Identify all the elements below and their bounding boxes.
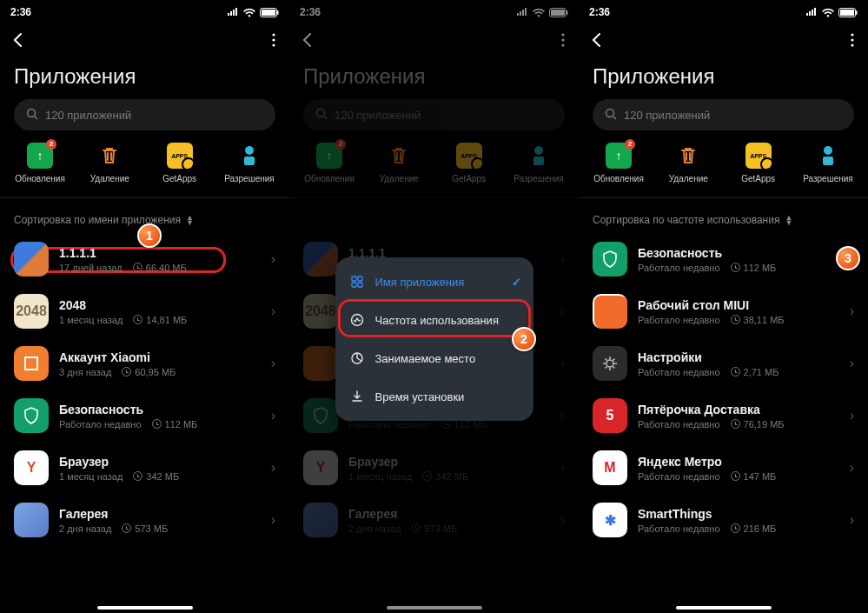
app-row-pyaterochka[interactable]: 5 Пятёрочка ДоставкаРаботало недавно76,1… xyxy=(579,390,868,442)
svg-point-31 xyxy=(606,109,614,117)
app-row-security[interactable]: БезопасностьРаботало недавно112 МБ › xyxy=(579,233,868,285)
svg-point-30 xyxy=(851,43,853,46)
svg-rect-20 xyxy=(358,277,362,281)
sort-option-size[interactable]: Занимаемое место xyxy=(335,339,533,377)
menu-button[interactable] xyxy=(851,33,858,47)
status-time: 2:36 xyxy=(589,6,610,18)
sort-by-usage[interactable]: Сортировка по частоте использования ▲▼ xyxy=(579,207,868,233)
app-list: БезопасностьРаботало недавно112 МБ › Раб… xyxy=(579,233,868,546)
search-input[interactable]: 120 приложений xyxy=(14,99,275,130)
svg-rect-8 xyxy=(244,157,255,165)
chevron-right-icon: › xyxy=(268,251,279,267)
toolbar xyxy=(0,24,289,56)
svg-rect-9 xyxy=(25,357,37,370)
chevron-right-icon: › xyxy=(268,512,279,528)
app-row-miui[interactable]: Рабочий стол MIUIРаботало недавно38,11 М… xyxy=(579,285,868,337)
step-badge-1: 1 xyxy=(137,223,162,248)
screen-3: 2:36 Приложения 120 приложений ↑Обновлен… xyxy=(579,0,868,613)
app-icon: 2048 xyxy=(14,294,49,329)
sort-arrows-icon: ▲▼ xyxy=(186,215,194,226)
divider xyxy=(0,197,289,198)
app-row-2048[interactable]: 2048 2048 1 месяц назад14,81 МБ › xyxy=(0,285,289,337)
step-badge-2: 2 xyxy=(512,327,536,351)
permissions-button[interactable]: Разрешения xyxy=(795,143,861,183)
app-icon xyxy=(14,346,49,381)
sort-option-usage[interactable]: Частота использования xyxy=(335,301,533,339)
clock-icon xyxy=(122,523,131,533)
search-input[interactable]: 120 приложений xyxy=(593,99,854,130)
back-button[interactable] xyxy=(589,31,606,49)
clock-icon xyxy=(731,315,740,324)
status-icons xyxy=(805,8,858,17)
app-row-gallery[interactable]: Галерея 2 дня назад573 МБ › xyxy=(0,494,289,546)
app-icon xyxy=(14,398,49,433)
getapps-button[interactable]: APPS GetApps xyxy=(147,143,213,183)
signal-icon xyxy=(805,8,818,17)
trash-icon xyxy=(96,143,123,169)
toolbar xyxy=(579,24,868,56)
signal-icon xyxy=(227,8,239,17)
delete-button[interactable]: Удаление xyxy=(76,143,142,183)
app-icon: ✱ xyxy=(593,503,627,537)
step-badge-3: 3 xyxy=(836,246,860,270)
permissions-icon xyxy=(815,143,841,169)
svg-point-28 xyxy=(851,33,853,36)
svg-point-4 xyxy=(272,38,275,41)
check-icon: ✓ xyxy=(512,276,521,289)
app-icon: 5 xyxy=(593,398,627,433)
search-icon xyxy=(26,108,38,123)
app-row-settings[interactable]: НастройкиРаботало недавно2,71 МБ › xyxy=(579,337,868,390)
updates-button[interactable]: ↑Обновления xyxy=(586,143,652,183)
svg-rect-27 xyxy=(856,10,858,15)
getapps-icon: APPS xyxy=(745,143,772,169)
chevron-right-icon: › xyxy=(846,408,858,423)
chevron-right-icon: › xyxy=(846,460,858,476)
app-row-security[interactable]: Безопасность Работало недавно112 МБ › xyxy=(0,390,289,442)
app-row-smartthings[interactable]: ✱ SmartThingsРаботало недавно216 МБ › xyxy=(579,494,868,546)
sort-option-date[interactable]: Время установки xyxy=(335,377,533,416)
svg-point-6 xyxy=(28,109,36,117)
updates-icon: ↑ xyxy=(606,143,632,169)
wifi-icon xyxy=(242,8,256,17)
pie-icon xyxy=(349,351,365,365)
home-indicator xyxy=(676,606,772,610)
svg-point-7 xyxy=(245,146,254,155)
app-row-xiaomi[interactable]: Аккаунт Xiaomi 3 дня назад60,95 МБ › xyxy=(0,337,289,390)
app-icon xyxy=(593,346,627,381)
svg-point-29 xyxy=(851,38,853,41)
status-icons xyxy=(227,8,279,17)
search-placeholder: 120 приложений xyxy=(45,109,131,122)
back-button[interactable] xyxy=(10,31,28,49)
sort-arrows-icon: ▲▼ xyxy=(785,215,792,226)
grid-icon xyxy=(349,276,365,288)
clock-icon xyxy=(731,419,740,429)
status-bar: 2:36 xyxy=(579,0,868,24)
screen-1: 2:36 Приложения 120 приложений ↑ Обновле… xyxy=(0,0,289,613)
permissions-icon xyxy=(236,143,262,169)
svg-point-5 xyxy=(272,43,275,46)
getapps-button[interactable]: APPSGetApps xyxy=(726,143,792,183)
home-indicator xyxy=(97,606,193,610)
chevron-right-icon: › xyxy=(846,356,858,371)
app-row-metro[interactable]: М Яндекс МетроРаботало недавно147 МБ › xyxy=(579,442,868,494)
app-row-browser[interactable]: Y Браузер 1 месяц назад342 МБ › xyxy=(0,442,289,494)
updates-button[interactable]: ↑ Обновления xyxy=(7,143,73,183)
search-icon xyxy=(605,108,617,123)
activity-icon xyxy=(349,313,365,327)
svg-rect-33 xyxy=(823,157,833,165)
delete-button[interactable]: Удаление xyxy=(655,143,721,183)
permissions-button[interactable]: Разрешения xyxy=(216,143,282,183)
page-title: Приложения xyxy=(579,56,868,99)
chevron-right-icon: › xyxy=(846,512,858,528)
app-icon: Y xyxy=(14,450,49,485)
sort-option-name[interactable]: Имя приложения ✓ xyxy=(335,263,533,301)
chevron-right-icon: › xyxy=(268,356,279,371)
clock-icon xyxy=(731,523,740,533)
updates-icon: ↑ xyxy=(27,143,53,169)
clock-icon xyxy=(133,315,142,324)
menu-button[interactable] xyxy=(272,33,279,47)
clock-icon xyxy=(731,367,740,376)
svg-rect-2 xyxy=(277,10,279,15)
svg-rect-21 xyxy=(352,283,356,287)
status-bar: 2:36 xyxy=(0,0,289,24)
